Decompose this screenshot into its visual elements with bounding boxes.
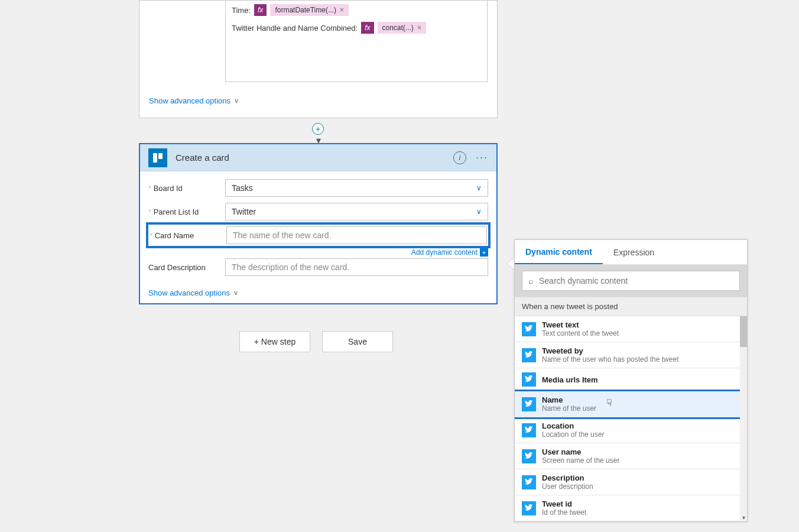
chevron-down-icon: ∨ bbox=[476, 184, 482, 192]
field-parent-list-id: Parent List Id Twitter ∨ bbox=[148, 201, 488, 222]
dc-item-text: User nameScreen name of the user bbox=[542, 447, 619, 465]
dc-item-desc: Name of the user who has posted the twee… bbox=[542, 355, 678, 364]
show-advanced-options-link[interactable]: Show advanced options ∨ bbox=[149, 96, 239, 105]
card-name-input[interactable]: The name of the new card. bbox=[226, 226, 487, 244]
scrollbar-track[interactable]: ▾ bbox=[740, 316, 747, 521]
dc-item-desc: User description bbox=[542, 482, 593, 491]
dc-search-bar: ⌕ bbox=[515, 265, 747, 297]
save-button[interactable]: Save bbox=[322, 331, 393, 352]
field-board-id: Board Id Tasks ∨ bbox=[148, 177, 488, 199]
field-card-description: Card Description The description of the … bbox=[148, 257, 488, 278]
dc-item-name[interactable]: NameName of the user☟ bbox=[515, 391, 747, 417]
twitter-icon bbox=[522, 348, 536, 362]
dc-item-title: User name bbox=[542, 447, 619, 456]
fx-icon: fx bbox=[254, 4, 267, 16]
expression-token-concat[interactable]: concat(...) × bbox=[378, 22, 426, 34]
field-label: Card Name bbox=[150, 231, 226, 240]
info-icon[interactable]: i bbox=[453, 151, 466, 164]
search-icon: ⌕ bbox=[528, 276, 533, 286]
add-dynamic-content-link[interactable]: Add dynamic content + bbox=[148, 248, 488, 257]
dc-item-desc: Id of the tweet bbox=[542, 508, 586, 517]
flow-bottom-buttons: + New step Save bbox=[239, 331, 393, 352]
dc-item-text: Tweet textText content of the tweet bbox=[542, 320, 619, 338]
field-label: Card Description bbox=[148, 263, 225, 272]
remove-token-icon[interactable]: × bbox=[417, 24, 421, 32]
dc-search-input[interactable] bbox=[538, 275, 733, 286]
placeholder-text: The name of the new card. bbox=[233, 231, 332, 240]
tab-dynamic-content[interactable]: Dynamic content bbox=[515, 240, 603, 264]
dc-panel-pointer bbox=[507, 258, 514, 270]
field-card-name-highlight: Card Name The name of the new card. bbox=[148, 225, 488, 246]
twitter-icon bbox=[522, 449, 536, 463]
cursor-hand-icon: ☟ bbox=[606, 397, 612, 408]
dc-item-title: Tweet text bbox=[542, 320, 619, 329]
dc-item-title: Description bbox=[542, 473, 593, 482]
placeholder-text: The description of the new card. bbox=[232, 262, 349, 272]
twitter-icon bbox=[522, 322, 536, 336]
dc-item-desc: Screen name of the user bbox=[542, 456, 619, 465]
dc-item-tweet-id[interactable]: Tweet idId of the tweet bbox=[515, 495, 747, 521]
twitter-icon bbox=[522, 475, 536, 489]
board-id-dropdown[interactable]: Tasks ∨ bbox=[225, 179, 488, 197]
dc-section-title: When a new tweet is posted bbox=[515, 297, 747, 316]
dc-item-title: Tweeted by bbox=[542, 346, 678, 355]
action-header[interactable]: Create a card i ··· bbox=[140, 144, 496, 171]
trello-icon bbox=[148, 148, 167, 167]
twitter-icon bbox=[522, 501, 536, 515]
twitter-icon bbox=[522, 397, 536, 411]
link-text: Show advanced options bbox=[148, 288, 230, 297]
dc-item-description[interactable]: DescriptionUser description bbox=[515, 469, 747, 495]
compose-row-time: Time: fx formatDateTime(...) × bbox=[232, 4, 481, 16]
field-label: Board Id bbox=[148, 184, 225, 193]
dc-search-input-wrap[interactable]: ⌕ bbox=[522, 271, 740, 291]
token-text: formatDateTime(...) bbox=[275, 6, 336, 14]
expression-token-formatdatetime[interactable]: formatDateTime(...) × bbox=[270, 4, 349, 16]
chevron-down-icon: ∨ bbox=[476, 207, 482, 216]
remove-token-icon[interactable]: × bbox=[340, 6, 344, 14]
dc-item-text: Tweet idId of the tweet bbox=[542, 499, 586, 517]
link-text: Add dynamic content bbox=[411, 248, 478, 257]
action-body: Board Id Tasks ∨ Parent List Id Twitter … bbox=[140, 171, 496, 300]
dc-item-title: Media urls Item bbox=[542, 375, 598, 384]
twitter-icon bbox=[522, 423, 536, 437]
dc-item-media-urls-item[interactable]: Media urls Item bbox=[515, 368, 747, 391]
dropdown-value: Tasks bbox=[232, 183, 253, 193]
dc-item-desc: Text content of the tweet bbox=[542, 329, 619, 338]
more-menu-button[interactable]: ··· bbox=[476, 151, 488, 164]
chevron-down-icon: ∨ bbox=[234, 97, 239, 105]
show-advanced-options-link[interactable]: Show advanced options ∨ bbox=[148, 288, 488, 297]
plus-icon: + bbox=[480, 248, 488, 257]
dc-item-desc: Location of the user bbox=[542, 430, 604, 439]
compose-body: Time: fx formatDateTime(...) × Twitter H… bbox=[225, 1, 488, 82]
dc-item-text: NameName of the user bbox=[542, 395, 596, 413]
compose-row-handle: Twitter Handle and Name Combined: fx con… bbox=[232, 22, 481, 34]
dynamic-content-panel: Dynamic content Expression ⌕ When a new … bbox=[514, 239, 748, 522]
link-text: Show advanced options bbox=[149, 96, 230, 105]
dc-item-tweet-text[interactable]: Tweet textText content of the tweet bbox=[515, 316, 747, 342]
create-a-card-action: Create a card i ··· Board Id Tasks ∨ Par… bbox=[139, 143, 498, 304]
parent-list-dropdown[interactable]: Twitter ∨ bbox=[225, 203, 488, 220]
field-label: Parent List Id bbox=[148, 207, 225, 216]
twitter-icon bbox=[522, 372, 536, 387]
compose-label: Twitter Handle and Name Combined: bbox=[232, 24, 358, 33]
dc-item-user-name[interactable]: User nameScreen name of the user bbox=[515, 443, 747, 469]
dc-item-title: Name bbox=[542, 395, 596, 404]
dc-item-desc: Name of the user bbox=[542, 404, 596, 413]
dc-item-title: Tweet id bbox=[542, 499, 586, 508]
compose-label: Time: bbox=[232, 6, 251, 15]
insert-step-button[interactable]: + bbox=[312, 123, 324, 135]
chevron-down-icon: ∨ bbox=[233, 289, 238, 297]
dc-item-text: LocationLocation of the user bbox=[542, 421, 604, 439]
new-step-button[interactable]: + New step bbox=[239, 331, 310, 352]
scrollbar-thumb[interactable] bbox=[740, 316, 747, 347]
tab-expression[interactable]: Expression bbox=[603, 240, 665, 264]
dropdown-value: Twitter bbox=[232, 207, 256, 216]
dc-item-list: Tweet textText content of the tweetTweet… bbox=[515, 316, 747, 521]
card-description-input[interactable]: The description of the new card. bbox=[225, 258, 488, 276]
dc-item-text: Media urls Item bbox=[542, 375, 598, 384]
fx-icon: fx bbox=[361, 22, 373, 34]
dc-item-title: Location bbox=[542, 421, 604, 430]
dc-item-tweeted-by[interactable]: Tweeted byName of the user who has poste… bbox=[515, 342, 747, 368]
scroll-down-arrow-icon[interactable]: ▾ bbox=[740, 513, 747, 521]
dc-item-location[interactable]: LocationLocation of the user bbox=[515, 417, 747, 443]
